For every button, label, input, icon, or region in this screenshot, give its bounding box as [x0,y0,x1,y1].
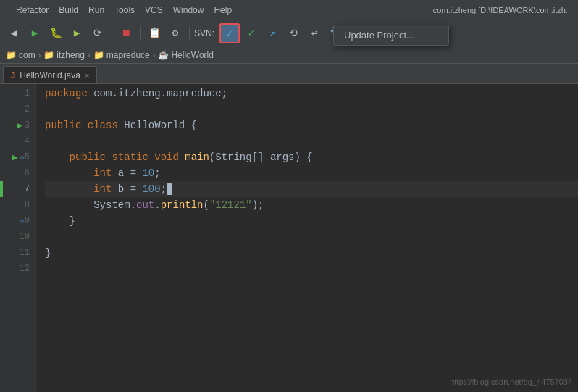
kw-int-a: int [93,167,118,179]
line-num-9: 9 [25,216,30,226]
paren-open-8: ( [203,199,209,211]
folder-icon-itzheng: 📁 [43,50,54,60]
menu-vcs[interactable]: VCS [141,4,167,17]
breadcrumb-bar: 📁 com › 📁 itzheng › 📁 mapreduce › ☕ Hell… [0,46,578,64]
brace-open-3: { [191,120,197,131]
toolbar: ◀ ▶ 🐛 ▶ ⟳ ⏹ 📋 ⚙ SVN: ✓ ✓ ↗ ⟲ ↩ 🔧 🗂 □ [0,20,578,46]
coverage-btn[interactable]: ▶ [67,24,86,43]
menu-run[interactable]: Run [84,4,109,17]
class-system: System [93,199,130,211]
class-icon-helloworld: ☕ [158,50,169,60]
kw-class: class [88,120,124,131]
breadcrumb-com-label: com [19,50,35,60]
gutter-line-3: ▶ 3 [0,117,35,133]
breadcrumb-mapreduce[interactable]: 📁 mapreduce [93,50,150,60]
code-line-10 [45,229,578,245]
gutter-line-10: 10 [0,229,35,245]
tab-helloworld[interactable]: J HelloWorld.java × [3,66,97,83]
menu-refactor[interactable]: Refactor [12,4,53,17]
dot-8b: . [154,199,160,211]
line-num-7: 7 [25,184,30,194]
settings-btn[interactable]: ⚙ [166,24,185,43]
semi-6: ; [154,167,160,179]
tab-close-btn[interactable]: × [85,71,89,80]
stop-btn[interactable]: ⏹ [117,24,135,43]
code-line-2 [45,101,578,117]
svn-merge-btn[interactable]: ↗ [263,24,282,43]
cursor [167,183,172,195]
kw-void: void [154,151,185,163]
run-btn[interactable]: ▶ [25,24,44,43]
menu-bar: Refactor Build Run Tools VCS Window Help… [0,0,578,20]
indent-9 [45,215,70,227]
bracket-open: [] [252,151,270,163]
line-num-10: 10 [20,232,30,242]
brace-close-11: } [45,247,51,259]
param-args: args) [270,151,306,163]
gutter-line-9: ◇ 9 [0,213,35,229]
breadcrumb-arrow-3: › [153,51,156,59]
var-b: b = [118,183,143,195]
indent-5 [45,151,70,163]
profile-btn[interactable]: ⟳ [88,24,107,43]
build-btn[interactable]: 📋 [145,24,164,43]
gutter-line-8: 8 [0,197,35,213]
dropdown-popup: Update Project... [333,25,449,46]
breadcrumb-itzheng[interactable]: 📁 itzheng [43,50,85,60]
line-num-12: 12 [20,264,30,274]
run-arrow-5[interactable]: ▶ [12,151,18,163]
menu-help[interactable]: Help [209,4,236,17]
menu-window[interactable]: Window [169,4,209,17]
menu-build[interactable]: Build [54,4,83,17]
code-editor[interactable]: package com.itzheng.mapreduce; public cl… [36,84,578,392]
code-line-12 [45,261,578,277]
sep3 [189,26,190,41]
paren-open: ( [209,151,215,163]
update-project-item[interactable]: Update Project... [334,25,448,45]
svn-label: SVN: [194,28,214,38]
folder-icon-mapreduce: 📁 [93,50,104,60]
svn-history-btn[interactable]: ⟲ [284,24,303,43]
paren-close-8: ); [252,199,264,211]
indent-7 [45,183,93,195]
breadcrumb-helloworld[interactable]: ☕ HelloWorld [158,50,213,60]
str-12121: "12121" [209,199,252,211]
folder-icon-com: 📁 [6,50,17,60]
svn-undo-btn[interactable]: ↩ [305,24,324,43]
breadcrumb-helloworld-label: HelloWorld [171,50,213,60]
gutter-line-5: ▶ ◇ 5 [0,149,35,165]
code-line-8: System.out.println("12121"); [45,197,578,213]
tab-bar: J HelloWorld.java × [0,64,578,84]
kw-public-5: public [70,151,112,163]
line-num-4: 4 [25,136,30,146]
breadcrumb-mapreduce-label: mapreduce [106,50,150,60]
breadcrumb-com[interactable]: 📁 com [6,50,35,60]
project-path: com.itzheng [D:\IDEAWORK\com.itzh... [433,6,572,14]
back-btn[interactable]: ◀ [4,24,23,43]
code-line-11: } [45,245,578,261]
line-num-6: 6 [25,168,30,178]
gutter-line-11: 11 [0,245,35,261]
line-num-5: 5 [25,152,30,162]
line-num-3: 3 [25,120,30,130]
debug-btn[interactable]: 🐛 [46,24,65,43]
run-arrow-3[interactable]: ▶ [17,120,22,131]
num-100: 100 [142,183,160,195]
brace-close-9: } [70,215,75,227]
line-num-2: 2 [25,104,30,114]
editor: 1 2 ▶ 3 4 ▶ ◇ 5 6 7 8 [0,84,578,392]
gutter-line-7: 7 [0,181,35,197]
dot-8a: . [130,199,136,211]
gutter-line-4: 4 [0,133,35,149]
svn-update-btn[interactable]: ✓ [219,23,240,43]
kw-public-3: public [45,120,88,131]
svn-check-btn[interactable]: ✓ [242,24,261,43]
kw-package: package [45,88,93,99]
tab-name: HelloWorld.java [20,70,80,80]
code-line-5: public static void main(String[] args) { [45,149,578,165]
var-a: a = [118,167,143,179]
brace-open-5: { [306,151,312,163]
semi-7: ; [161,183,167,195]
breadcrumb-arrow-2: › [88,51,91,59]
menu-tools[interactable]: Tools [110,4,139,17]
